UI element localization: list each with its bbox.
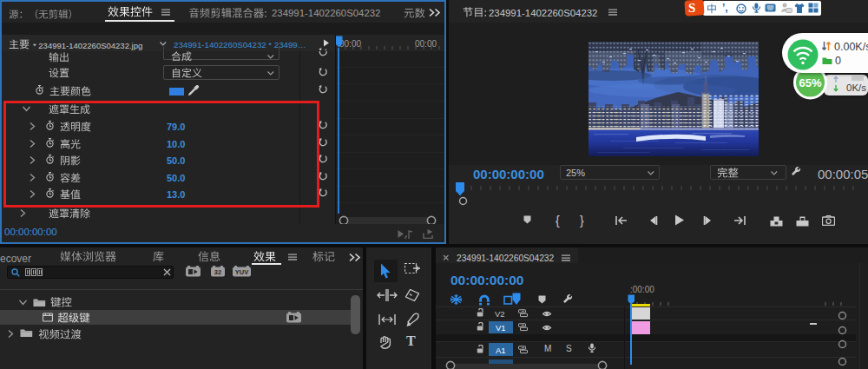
svg-text:YUV: YUV	[235, 268, 248, 276]
svg-text:65%: 65%	[799, 76, 821, 89]
svg-text:32: 32	[214, 268, 221, 276]
